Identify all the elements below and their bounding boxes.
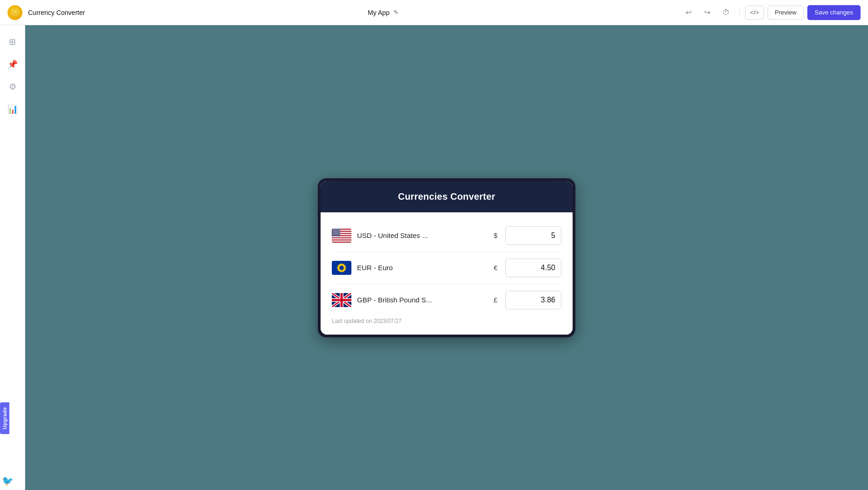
settings-icon: ⚙ <box>9 82 16 92</box>
svg-point-15 <box>335 230 336 231</box>
undo-button[interactable]: ↩ <box>681 5 696 20</box>
resize-handle-br[interactable] <box>570 332 576 338</box>
svg-point-46 <box>339 234 340 235</box>
separator <box>739 8 740 17</box>
svg-point-8 <box>332 229 333 230</box>
topbar-center: My App ✎ <box>91 9 675 16</box>
svg-point-39 <box>337 233 338 234</box>
save-button[interactable]: Save changes <box>807 5 861 20</box>
svg-rect-68 <box>332 299 351 301</box>
svg-point-22 <box>336 231 337 231</box>
sidebar-item-pin[interactable]: 📌 <box>3 55 22 74</box>
topbar: 🪙 Currency Converter My App ✎ ↩ ↪ ⏱ </> … <box>0 0 868 25</box>
svg-point-19 <box>332 231 333 231</box>
svg-point-20 <box>334 231 335 231</box>
svg-point-35 <box>339 232 340 233</box>
svg-rect-4 <box>332 236 351 237</box>
svg-point-10 <box>335 229 336 230</box>
svg-point-40 <box>339 233 340 234</box>
svg-point-17 <box>337 230 338 231</box>
svg-point-38 <box>336 233 337 234</box>
svg-point-30 <box>332 232 333 233</box>
resize-handle-tl[interactable] <box>317 177 323 184</box>
svg-point-26 <box>335 231 336 232</box>
grid-icon: ⊞ <box>9 37 16 47</box>
svg-point-16 <box>336 230 337 231</box>
topbar-right: ↩ ↪ ⏱ </> Preview Save changes <box>681 5 861 20</box>
svg-point-34 <box>338 232 339 233</box>
currency-symbol-eur: € <box>491 264 500 272</box>
currency-symbol-gbp: £ <box>491 296 500 304</box>
pin-icon: 📌 <box>7 59 18 70</box>
widget-outer: Currencies Converter <box>318 178 575 337</box>
history-button[interactable]: ⏱ <box>719 5 734 20</box>
flag-gbp <box>332 293 351 307</box>
svg-point-13 <box>339 229 340 230</box>
currency-label-gbp: GBP - British Pound S... <box>357 296 486 304</box>
svg-point-43 <box>335 234 336 235</box>
preview-button[interactable]: Preview <box>768 6 803 20</box>
svg-point-28 <box>337 231 338 232</box>
widget-footer: Last updated on 2023/07/27 <box>332 316 561 325</box>
center-title: My App <box>368 9 390 16</box>
currency-label-usd: USD - United States ... <box>357 231 486 239</box>
svg-point-42 <box>334 234 335 235</box>
svg-point-36 <box>333 233 334 234</box>
currency-row-gbp: GBP - British Pound S... £ <box>332 284 561 316</box>
edit-icon[interactable]: ✎ <box>393 9 399 16</box>
sidebar-item-settings[interactable]: ⚙ <box>3 77 22 96</box>
svg-point-11 <box>336 229 337 230</box>
svg-point-27 <box>336 231 337 232</box>
app-logo: 🪙 <box>7 5 22 20</box>
svg-point-14 <box>333 230 334 231</box>
flag-usd <box>332 229 351 243</box>
svg-point-44 <box>336 234 337 235</box>
chart-icon: 📊 <box>7 104 18 114</box>
currency-converter-widget: Currencies Converter <box>321 181 573 335</box>
svg-point-37 <box>335 233 336 234</box>
bottom-left-logo: 🐦 <box>2 475 14 486</box>
svg-point-31 <box>334 232 335 233</box>
currency-input-gbp[interactable] <box>505 291 561 309</box>
svg-point-9 <box>334 229 335 230</box>
svg-point-24 <box>339 231 340 231</box>
sidebar-item-grid[interactable]: ⊞ <box>3 33 22 51</box>
sidebar-item-chart[interactable]: 📊 <box>3 100 22 119</box>
svg-point-21 <box>335 231 336 231</box>
svg-point-41 <box>332 234 333 235</box>
code-button[interactable]: </> <box>745 6 764 20</box>
svg-point-25 <box>333 231 334 232</box>
currency-input-eur[interactable] <box>505 259 561 277</box>
redo-button[interactable]: ↪ <box>700 5 715 20</box>
resize-handle-bl[interactable] <box>317 332 323 338</box>
currency-input-usd[interactable] <box>505 226 561 245</box>
svg-point-18 <box>339 230 340 231</box>
main-layout: ⊞ 📌 ⚙ 📊 Currencies Converter <box>0 25 868 490</box>
upgrade-tab[interactable]: Upgrade <box>0 402 9 434</box>
flag-eur <box>332 261 351 275</box>
currency-row-usd: USD - United States ... $ <box>332 220 561 252</box>
widget-header: Currencies Converter <box>321 181 573 212</box>
svg-rect-5 <box>332 238 351 239</box>
last-updated-text: Last updated on 2023/07/27 <box>332 318 401 324</box>
svg-point-12 <box>338 229 339 230</box>
svg-point-23 <box>338 231 339 231</box>
widget-body: USD - United States ... $ <box>321 212 573 335</box>
widget-title: Currencies Converter <box>398 191 496 202</box>
code-icon: </> <box>750 9 759 16</box>
svg-point-32 <box>335 232 336 233</box>
svg-point-33 <box>336 232 337 233</box>
svg-point-29 <box>339 231 340 232</box>
svg-rect-6 <box>332 240 351 241</box>
canvas-area: Currencies Converter <box>25 25 868 490</box>
svg-point-45 <box>338 234 339 235</box>
currency-symbol-usd: $ <box>491 231 500 239</box>
app-title: Currency Converter <box>28 9 85 16</box>
currency-label-eur: EUR - Euro <box>357 264 486 272</box>
currency-row-eur: EUR - Euro € <box>332 252 561 284</box>
resize-handle-tr[interactable] <box>570 177 576 184</box>
